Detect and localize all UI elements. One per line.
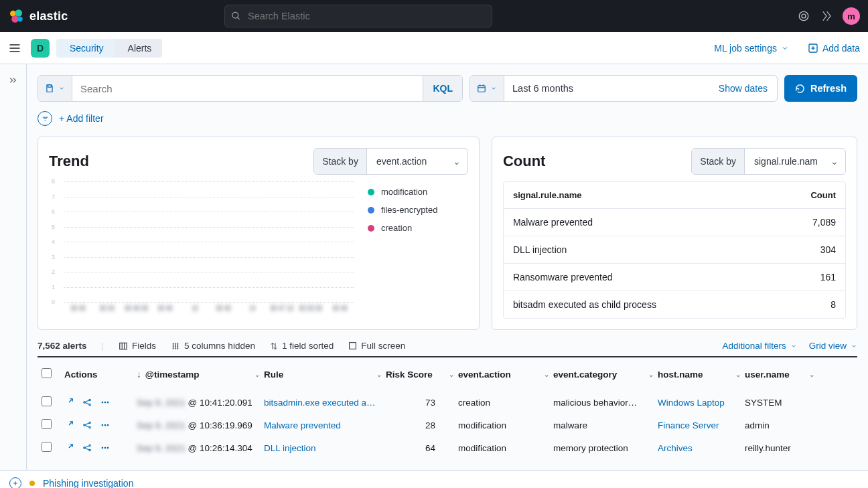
grid-view-toggle[interactable]: Grid view bbox=[809, 341, 857, 351]
analyze-icon[interactable] bbox=[82, 420, 92, 430]
add-timeline-button[interactable] bbox=[9, 477, 21, 488]
svg-rect-43 bbox=[107, 424, 108, 426]
fullscreen-button[interactable]: Full screen bbox=[348, 341, 405, 351]
cell-user: admin bbox=[741, 415, 814, 436]
fields-button[interactable]: Fields bbox=[119, 341, 156, 351]
crumb-alerts: Alerts bbox=[115, 39, 163, 58]
svg-rect-51 bbox=[104, 447, 106, 449]
count-table: signal.rule.name Count Malware prevented… bbox=[503, 181, 846, 319]
refresh-button[interactable]: Refresh bbox=[784, 75, 857, 102]
cell-rule[interactable]: DLL injection bbox=[260, 438, 382, 459]
space-selector[interactable]: D bbox=[31, 39, 50, 58]
row-checkbox[interactable] bbox=[42, 396, 52, 406]
count-title: Count bbox=[503, 153, 546, 170]
page-content: KQL Last 6 months Show dates Refresh + A… bbox=[27, 64, 868, 470]
cell-host[interactable]: Windows Laptop bbox=[654, 392, 741, 413]
more-icon[interactable] bbox=[100, 398, 110, 407]
cell-rule[interactable]: Malware prevented bbox=[260, 415, 382, 436]
count-panel: Count Stack by signal.rule.nam⌄ signal.r… bbox=[492, 137, 857, 330]
filter-options-icon[interactable] bbox=[38, 111, 52, 126]
filter-bar: + Add filter bbox=[38, 111, 857, 126]
nav-toggle[interactable] bbox=[8, 42, 24, 55]
svg-point-47 bbox=[89, 449, 90, 451]
user-avatar[interactable]: m bbox=[843, 7, 860, 25]
svg-rect-33 bbox=[104, 402, 106, 403]
newsfeed-icon[interactable] bbox=[797, 9, 810, 23]
table-row: Sep 9, 2021 @ 10:36:19.969Malware preven… bbox=[38, 414, 857, 436]
col-event-action[interactable]: event.action⌄ bbox=[454, 364, 549, 385]
add-data-icon bbox=[808, 43, 818, 54]
show-dates-toggle[interactable]: Show dates bbox=[709, 76, 777, 101]
svg-rect-15 bbox=[478, 86, 486, 92]
help-icon[interactable] bbox=[820, 9, 833, 23]
saved-query-menu[interactable] bbox=[38, 76, 72, 101]
svg-point-3 bbox=[17, 17, 23, 22]
cell-host[interactable]: Archives bbox=[654, 438, 741, 459]
analyze-icon[interactable] bbox=[82, 443, 92, 453]
cell-action: modification bbox=[454, 415, 549, 436]
hidden-columns-button[interactable]: 5 columns hidden bbox=[171, 341, 255, 351]
trend-title: Trend bbox=[49, 153, 89, 170]
trend-stack-select[interactable]: Stack by event.action⌄ bbox=[313, 148, 468, 175]
kql-input[interactable] bbox=[72, 76, 423, 101]
add-data-link[interactable]: Add data bbox=[808, 43, 860, 54]
brand-text: elastic bbox=[29, 9, 68, 23]
columns-icon bbox=[119, 341, 128, 351]
legend-item[interactable]: creation bbox=[368, 223, 468, 233]
ml-job-settings[interactable]: ML job settings bbox=[714, 43, 789, 54]
elastic-logo[interactable]: elastic bbox=[8, 8, 68, 24]
cell-category: malware bbox=[549, 415, 654, 436]
header-right: m bbox=[797, 7, 860, 25]
svg-point-38 bbox=[89, 426, 90, 428]
crumb-security[interactable]: Security bbox=[56, 39, 115, 58]
col-user[interactable]: user.name⌄ bbox=[741, 364, 814, 385]
expand-icon[interactable] bbox=[64, 420, 74, 430]
sort-button[interactable]: 1 field sorted bbox=[270, 341, 334, 351]
svg-rect-32 bbox=[102, 402, 103, 403]
more-icon[interactable] bbox=[100, 443, 110, 453]
col-timestamp[interactable]: ↓@timestamp⌄ bbox=[133, 364, 260, 385]
more-icon[interactable] bbox=[100, 420, 110, 430]
timeline-status-dot bbox=[29, 481, 35, 486]
additional-filters[interactable]: Additional filters bbox=[722, 341, 796, 351]
expand-rail-icon[interactable] bbox=[8, 75, 19, 470]
global-search-input[interactable] bbox=[224, 5, 492, 27]
col-risk[interactable]: Risk Score⌄ bbox=[382, 364, 454, 385]
add-filter-button[interactable]: + Add filter bbox=[59, 113, 104, 124]
svg-rect-52 bbox=[107, 447, 108, 449]
count-row[interactable]: Malware prevented7,089 bbox=[504, 209, 845, 236]
legend-item[interactable]: modification bbox=[368, 187, 468, 197]
expand-icon[interactable] bbox=[64, 398, 74, 407]
count-row[interactable]: DLL injection304 bbox=[504, 236, 845, 264]
count-row[interactable]: Ransomware prevented161 bbox=[504, 264, 845, 291]
cell-host[interactable]: Finance Server bbox=[654, 415, 741, 436]
cell-risk: 64 bbox=[382, 438, 454, 459]
cell-rule[interactable]: bitsadmin.exe executed as … bbox=[260, 392, 382, 413]
expand-icon[interactable] bbox=[64, 443, 74, 453]
count-stack-select[interactable]: Stack by signal.rule.nam⌄ bbox=[691, 148, 846, 175]
chevron-down-icon: ⌄ bbox=[830, 156, 839, 167]
svg-point-27 bbox=[84, 402, 85, 403]
count-col-count: Count bbox=[810, 190, 836, 200]
cell-risk: 28 bbox=[382, 415, 454, 436]
date-quick-menu[interactable] bbox=[470, 76, 504, 101]
query-language-toggle[interactable]: KQL bbox=[423, 76, 462, 101]
date-range-display[interactable]: Last 6 months bbox=[504, 76, 709, 101]
svg-point-1 bbox=[15, 9, 23, 17]
elastic-logo-icon bbox=[8, 8, 24, 24]
analyze-icon[interactable] bbox=[82, 398, 92, 407]
svg-point-2 bbox=[11, 15, 19, 23]
col-event-category[interactable]: event.category⌄ bbox=[549, 364, 654, 385]
col-rule[interactable]: Rule⌄ bbox=[260, 364, 382, 385]
row-checkbox[interactable] bbox=[42, 419, 52, 429]
timeline-name[interactable]: Phishing investigation bbox=[43, 478, 133, 488]
select-all-checkbox[interactable] bbox=[42, 368, 52, 378]
row-checkbox[interactable] bbox=[42, 442, 52, 452]
legend-item[interactable]: files-encrypted bbox=[368, 205, 468, 215]
col-host[interactable]: host.name⌄ bbox=[654, 364, 741, 385]
fullscreen-icon bbox=[348, 341, 357, 350]
count-row[interactable]: bitsadm executed as child process8 bbox=[504, 291, 845, 318]
date-picker: Last 6 months Show dates bbox=[469, 75, 778, 102]
svg-point-29 bbox=[89, 404, 90, 405]
breadcrumbs: Security Alerts bbox=[56, 39, 162, 58]
